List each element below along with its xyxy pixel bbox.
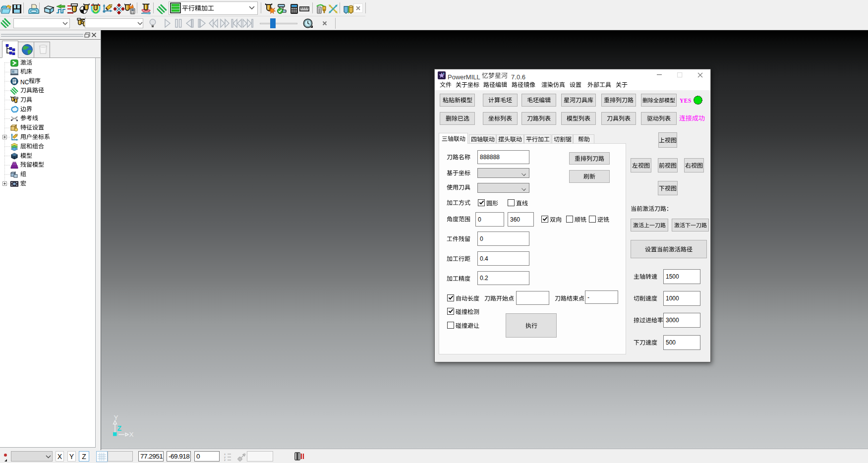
svg-text:X: X bbox=[129, 431, 134, 438]
svg-text:z: z bbox=[224, 459, 226, 461]
svg-text:Y: Y bbox=[114, 414, 118, 421]
svg-text:Z: Z bbox=[117, 424, 122, 432]
